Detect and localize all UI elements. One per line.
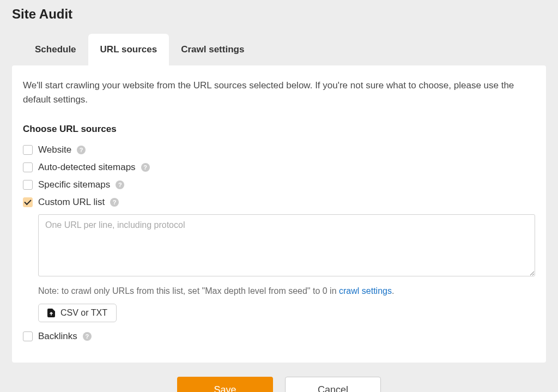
intro-text: We'll start crawling your website from t… <box>23 79 535 107</box>
page-title: Site Audit <box>12 7 546 22</box>
settings-panel: We'll start crawling your website from t… <box>12 65 546 363</box>
section-heading: Choose URL sources <box>23 124 535 135</box>
option-custom-url-list: Custom URL list ? <box>23 197 535 208</box>
label-specific-sitemaps: Specific sitemaps <box>38 179 110 190</box>
custom-url-subsection: Note: to crawl only URLs from this list,… <box>38 214 535 322</box>
checkbox-auto-sitemaps[interactable] <box>23 162 33 172</box>
cancel-button[interactable]: Cancel <box>285 377 381 392</box>
tab-crawl-settings[interactable]: Crawl settings <box>169 34 256 65</box>
custom-url-textarea[interactable] <box>38 214 535 276</box>
option-website: Website ? <box>23 144 535 155</box>
checkbox-website[interactable] <box>23 145 33 155</box>
note-text: Note: to crawl only URLs from this list,… <box>38 286 535 296</box>
crawl-settings-link[interactable]: crawl settings <box>339 286 392 295</box>
upload-file-label: CSV or TXT <box>60 308 107 318</box>
footer-actions: Save Cancel <box>12 377 546 392</box>
label-website: Website <box>38 144 71 155</box>
checkbox-custom-url-list[interactable] <box>23 197 33 207</box>
help-icon[interactable]: ? <box>77 146 86 154</box>
help-icon[interactable]: ? <box>83 332 92 341</box>
option-specific-sitemaps: Specific sitemaps ? <box>23 179 535 190</box>
save-button[interactable]: Save <box>177 377 273 392</box>
note-suffix: . <box>392 286 394 295</box>
tab-schedule[interactable]: Schedule <box>23 34 88 65</box>
label-backlinks: Backlinks <box>38 331 77 342</box>
note-prefix: Note: to crawl only URLs from this list,… <box>38 286 339 295</box>
help-icon[interactable]: ? <box>110 198 119 207</box>
help-icon[interactable]: ? <box>116 180 124 189</box>
label-custom-url-list: Custom URL list <box>38 197 105 208</box>
checkbox-specific-sitemaps[interactable] <box>23 180 33 190</box>
upload-file-button[interactable]: CSV or TXT <box>38 304 117 322</box>
help-icon[interactable]: ? <box>141 163 150 172</box>
checkbox-backlinks[interactable] <box>23 331 33 341</box>
tab-bar: Schedule URL sources Crawl settings <box>12 34 546 65</box>
tab-url-sources[interactable]: URL sources <box>88 34 169 65</box>
option-backlinks: Backlinks ? <box>23 331 535 342</box>
option-auto-sitemaps: Auto-detected sitemaps ? <box>23 162 535 173</box>
label-auto-sitemaps: Auto-detected sitemaps <box>38 162 136 173</box>
file-upload-icon <box>47 309 55 317</box>
